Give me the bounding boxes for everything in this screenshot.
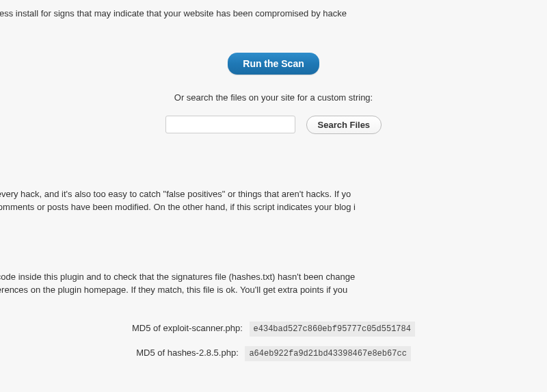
para1-line2: files, comments or posts have been modif… (0, 202, 356, 212)
run-scan-button[interactable]: Run the Scan (228, 53, 319, 75)
search-files-button[interactable]: Search Files (306, 116, 382, 134)
para2-line1: icious code inside this plugin and to ch… (0, 272, 355, 282)
hash-label: MD5 of hashes-2.8.5.php: (136, 346, 239, 360)
hash-row-exploit-scanner: MD5 of exploit-scanner.php: e434bad527c8… (0, 322, 547, 337)
or-search-label: Or search the files on your site for a c… (0, 91, 547, 105)
hash-value: a64eb922fa9d21bd43398467e8eb67cc (245, 346, 410, 361)
search-input[interactable] (165, 116, 295, 133)
intro-line1: ur WordPress install for signs that may … (0, 8, 347, 18)
hash-row-hashes-file: MD5 of hashes-2.8.5.php: a64eb922fa9d21b… (0, 346, 547, 361)
hashes-block: MD5 of exploit-scanner.php: e434bad527c8… (0, 322, 547, 361)
hash-label: MD5 of exploit-scanner.php: (132, 322, 243, 335)
para2-line2: the references on the plugin homepage. I… (0, 285, 347, 295)
search-row: Search Files (0, 116, 547, 134)
intro-text: ur WordPress install for signs that may … (0, 7, 547, 34)
hash-value: e434bad527c860ebf95777c05d551784 (250, 322, 415, 337)
paragraph-disclaimer: catch every hack, and it's also too easy… (0, 187, 547, 214)
paragraph-verify: icious code inside this plugin and to ch… (0, 270, 547, 297)
para1-line1: catch every hack, and it's also too easy… (0, 189, 351, 199)
